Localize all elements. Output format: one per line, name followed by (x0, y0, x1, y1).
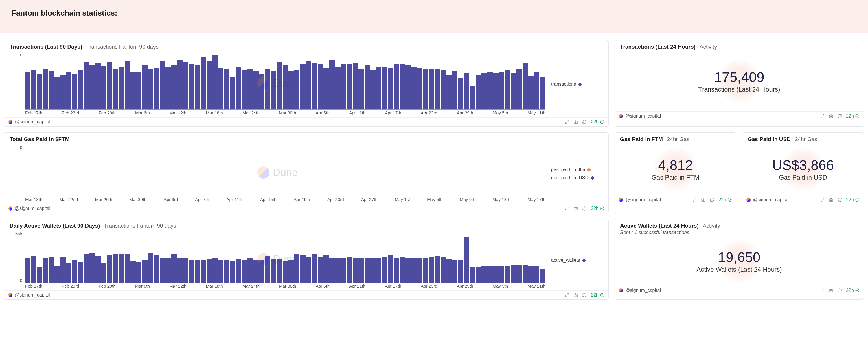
counter-value: 19,650 (718, 249, 761, 265)
svg-point-17 (600, 293, 604, 297)
svg-point-2 (600, 120, 604, 124)
refresh-icon[interactable] (837, 198, 842, 202)
svg-point-5 (856, 114, 859, 118)
panel-active-wallets-24h: Active Wallets (Last 24 Hours) Activity … (615, 219, 864, 300)
attribution-link[interactable]: @signum_capital (15, 206, 50, 211)
panel-subtitle: Activity (703, 223, 720, 229)
counter-value: 4,812 (658, 157, 693, 173)
refresh-icon[interactable] (837, 288, 842, 293)
attribution-link[interactable]: @signum_capital (625, 114, 661, 119)
panel-title: Transactions (Last 90 Days) (9, 44, 82, 50)
attribution-link[interactable]: @signum_capital (753, 197, 788, 202)
svg-rect-12 (829, 199, 833, 202)
camera-icon[interactable] (829, 198, 833, 202)
dune-icon (8, 206, 12, 210)
dune-icon (619, 114, 623, 118)
expand-icon[interactable] (565, 293, 569, 297)
expand-icon[interactable] (565, 206, 569, 211)
panel-gas-paid-chart: Total Gas Paid in $FTM 0 Mar 18thMar 22n… (4, 132, 609, 213)
page-title: Fantom blockchain statistics: (11, 9, 857, 18)
svg-point-19 (830, 290, 832, 291)
dune-icon (8, 293, 12, 297)
attribution-link[interactable]: @signum_capital (15, 119, 50, 124)
expand-icon[interactable] (565, 120, 569, 124)
svg-point-7 (575, 208, 576, 209)
query-age[interactable]: 22h (846, 288, 860, 293)
counter-label: Transactions (Last 24 Hours) (699, 86, 780, 93)
svg-point-11 (728, 198, 732, 202)
expand-icon[interactable] (820, 288, 825, 293)
dune-icon (619, 288, 623, 292)
svg-point-13 (830, 200, 832, 201)
expand-icon[interactable] (692, 198, 697, 202)
camera-icon[interactable] (701, 198, 706, 202)
legend-gas-ftm[interactable]: gas_paid_in_ftm (551, 167, 603, 172)
panel-subtitle: 24hr Gas (795, 136, 817, 142)
panel-gas-ftm-24h: Gas Paid in FTM 24hr Gas 4,812 Gas Paid … (615, 132, 736, 213)
panel-title: Gas Paid in USD (748, 136, 791, 142)
svg-point-8 (600, 207, 604, 210)
refresh-icon[interactable] (582, 293, 587, 297)
dune-icon (746, 198, 750, 202)
svg-point-4 (830, 116, 832, 117)
svg-point-14 (856, 198, 859, 202)
query-age[interactable]: 22h (591, 292, 604, 298)
legend-active-wallets[interactable]: active_wallets (551, 258, 603, 263)
svg-point-1 (575, 122, 576, 123)
panel-subtitle: Transactions Fantom 90 days (104, 223, 176, 229)
query-age[interactable]: 22h (846, 114, 860, 119)
camera-icon[interactable] (574, 293, 578, 297)
chart-active-wallets-90d[interactable]: 50k0 Feb 17thFeb 23rdFeb 29thMar 6thMar … (9, 231, 546, 289)
attribution-link[interactable]: @signum_capital (625, 288, 661, 293)
refresh-icon[interactable] (582, 206, 587, 211)
camera-icon[interactable] (574, 206, 578, 211)
attribution-link[interactable]: @signum_capital (15, 292, 50, 298)
chart-transactions-90d[interactable]: 0 Feb 17thFeb 23rdFeb 29thMar 6thMar 12t… (9, 52, 546, 116)
attribution-link[interactable]: @signum_capital (625, 197, 661, 202)
header-divider (11, 24, 857, 24)
dune-icon (8, 120, 12, 124)
counter-value: US$3,866 (772, 157, 834, 173)
panel-description: Sent >1 successful transactions (615, 230, 864, 236)
svg-rect-15 (574, 294, 578, 297)
camera-icon[interactable] (574, 120, 578, 124)
expand-icon[interactable] (820, 198, 825, 202)
svg-point-10 (703, 200, 704, 201)
svg-rect-9 (702, 199, 705, 202)
expand-icon[interactable] (820, 114, 825, 118)
svg-point-16 (575, 295, 576, 296)
svg-point-20 (856, 289, 859, 292)
counter-label: Gas Paid in USD (779, 174, 827, 181)
panel-title: Total Gas Paid in $FTM (9, 136, 70, 142)
refresh-icon[interactable] (710, 198, 714, 202)
camera-icon[interactable] (829, 114, 833, 118)
panel-active-wallets-90d: Daily Active Wallets (Last 90 Days) Tran… (4, 219, 609, 300)
counter-value: 175,409 (714, 69, 765, 85)
panel-title: Daily Active Wallets (Last 90 Days) (9, 223, 100, 229)
panel-transactions-24h: Transactions (Last 24 Hours) Activity 17… (615, 40, 864, 126)
legend-gas-usd[interactable]: gas_paid_in_USD (551, 175, 603, 180)
svg-rect-18 (829, 290, 833, 292)
counter-label: Active Wallets (Last 24 Hours) (696, 266, 782, 274)
chart-gas-paid[interactable]: 0 Mar 18thMar 22ndMar 26thMar 30thApr 3r… (9, 145, 546, 203)
svg-rect-3 (829, 115, 833, 118)
legend-transactions[interactable]: transactions (551, 82, 603, 87)
panel-subtitle: Activity (700, 44, 717, 50)
camera-icon[interactable] (829, 288, 833, 293)
panel-title: Active Wallets (Last 24 Hours) (620, 223, 699, 229)
dune-icon (619, 198, 623, 202)
panel-subtitle: 24hr Gas (667, 136, 689, 142)
panel-transactions-90d: Transactions (Last 90 Days) Transactions… (4, 40, 609, 126)
query-age[interactable]: 22h (846, 197, 860, 202)
panel-gas-usd-24h: Gas Paid in USD 24hr Gas US$3,866 Gas Pa… (742, 132, 864, 213)
header-band: Fantom blockchain statistics: (0, 0, 868, 33)
query-age[interactable]: 22h (591, 119, 604, 124)
refresh-icon[interactable] (837, 114, 842, 118)
panel-subtitle: Transactions Fantom 90 days (86, 44, 159, 50)
panel-title: Gas Paid in FTM (620, 136, 663, 142)
query-age[interactable]: 22h (718, 197, 732, 202)
refresh-icon[interactable] (582, 120, 587, 124)
panel-title: Transactions (Last 24 Hours) (620, 44, 695, 50)
svg-rect-6 (574, 208, 578, 210)
query-age[interactable]: 22h (591, 206, 604, 211)
